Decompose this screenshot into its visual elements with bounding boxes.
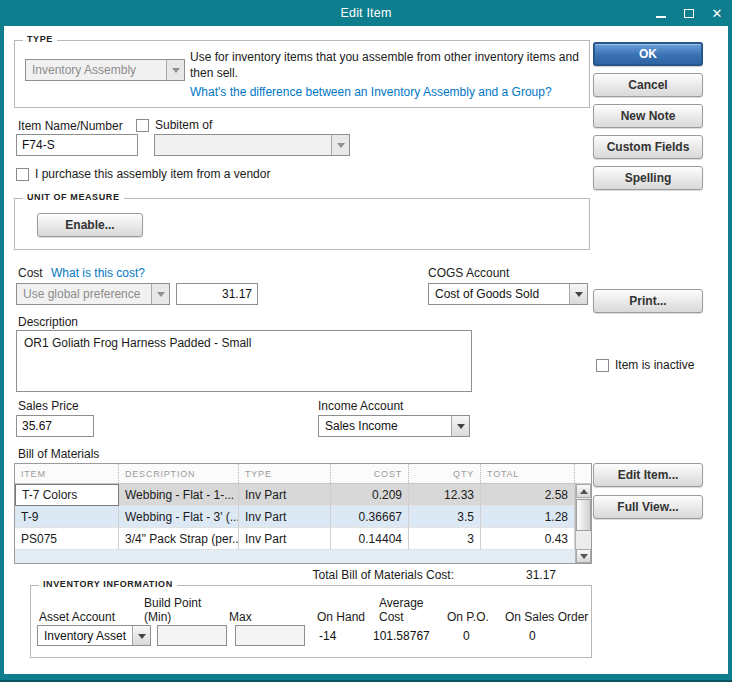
average-cost-label: Average [379,596,423,610]
scrollbar-thumb[interactable] [576,499,591,531]
on-po-value: 0 [463,629,470,643]
bom-cell-type[interactable]: Inv Part [239,528,331,550]
bill-of-materials-label: Bill of Materials [18,447,99,461]
maximize-icon[interactable] [682,6,696,20]
bom-cell-type[interactable]: Inv Part [239,484,331,506]
cost-preference-dropdown[interactable]: Use global preference [16,283,170,305]
cogs-account-dropdown[interactable]: Cost of Goods Sold [428,283,588,305]
item-name-input[interactable] [16,134,138,156]
edit-item-button[interactable]: Edit Item... [593,463,703,487]
enable-uom-button[interactable]: Enable... [37,213,143,237]
asset-account-dropdown[interactable]: Inventory Asset [37,625,151,646]
bom-total-label: Total Bill of Materials Cost: [144,568,454,582]
custom-fields-button[interactable]: Custom Fields [593,135,703,159]
purchase-from-vendor-label: I purchase this assembly item from a ven… [35,167,270,181]
bom-cell-total[interactable]: 1.28 [481,506,575,528]
window-controls: ✕ [654,0,724,26]
dialog-body: TYPE Inventory Assembly Use for inventor… [4,26,728,674]
item-type-dropdown[interactable]: Inventory Assembly [25,59,185,81]
sales-price-input[interactable] [16,415,94,437]
type-help-link[interactable]: What's the difference between an Invento… [190,85,552,99]
cost-input[interactable] [176,283,258,305]
ok-button[interactable]: OK [593,42,703,66]
titlebar[interactable]: Edit Item ✕ [0,0,732,26]
sales-price-label: Sales Price [18,399,79,413]
inventory-information-label: INVENTORY INFORMATION [39,579,177,589]
scroll-up-icon[interactable] [576,484,591,498]
cost-preference-value: Use global preference [23,287,140,301]
bom-header-total[interactable]: TOTAL [481,464,575,483]
subitem-dropdown[interactable] [154,134,350,156]
edit-item-window: Edit Item ✕ TYPE Inventory Assembly Use … [0,0,732,682]
bom-cell-description[interactable]: Webbing - Flat - 1-... [119,484,239,506]
bom-cell-qty[interactable]: 3.5 [409,506,481,528]
on-hand-label: On Hand [317,610,365,624]
bom-total-value: 31.17 [464,568,556,582]
bom-header-item[interactable]: ITEM [15,464,119,483]
spelling-button[interactable]: Spelling [593,166,703,190]
on-sales-order-label: On Sales Order [505,610,588,624]
cancel-button[interactable]: Cancel [593,73,703,97]
cogs-account-value: Cost of Goods Sold [435,287,539,301]
full-view-button[interactable]: Full View... [593,495,703,519]
table-row[interactable]: T-9 Webbing - Flat - 3' (... Inv Part 0.… [15,506,591,528]
bom-cell-total[interactable]: 2.58 [481,484,575,506]
bom-header-cost[interactable]: COST [331,464,409,483]
chevron-down-icon [331,135,349,155]
bom-cell-description[interactable]: 3/4" Pack Strap (per... [119,528,239,550]
on-sales-order-value: 0 [529,629,536,643]
subitem-checkbox-row: Subitem of [136,118,212,132]
chevron-down-icon [569,284,587,304]
minimize-icon[interactable] [654,6,668,20]
build-point-input[interactable] [157,625,227,646]
chevron-down-icon [451,416,469,436]
cogs-account-label: COGS Account [428,266,509,280]
unit-of-measure-section: UNIT OF MEASURE Enable... [14,198,590,250]
cost-label: Cost [18,266,43,280]
bom-cell-total[interactable]: 0.43 [481,528,575,550]
subitem-label: Subitem of [155,118,212,132]
type-description-text: Use for inventory items that you assembl… [190,49,582,81]
bom-header-row: ITEM DESCRIPTION TYPE COST QTY TOTAL [15,464,591,484]
unit-of-measure-label: UNIT OF MEASURE [23,192,124,202]
average-cost-value: 101.58767 [373,629,430,643]
window-bottom-border [0,674,732,682]
chevron-down-icon [132,626,150,645]
close-icon[interactable]: ✕ [710,6,724,20]
bom-cell-qty[interactable]: 3 [409,528,481,550]
print-button[interactable]: Print... [593,289,703,313]
bom-cell-item[interactable]: PS075 [15,528,119,550]
purchase-from-vendor-checkbox[interactable] [16,168,29,181]
bom-cell-cost[interactable]: 0.14404 [331,528,409,550]
income-account-label: Income Account [318,399,403,413]
bom-cell-description[interactable]: Webbing - Flat - 3' (... [119,506,239,528]
table-row[interactable]: PS075 3/4" Pack Strap (per... Inv Part 0… [15,528,591,550]
average-cost-label-2: Cost [379,610,404,624]
subitem-checkbox[interactable] [136,119,149,132]
item-inactive-checkbox[interactable] [596,359,609,372]
bom-cell-cost[interactable]: 0.36667 [331,506,409,528]
income-account-value: Sales Income [325,419,398,433]
bom-empty-row [15,550,575,563]
item-name-label: Item Name/Number [18,119,123,133]
bom-cell-qty[interactable]: 12.33 [409,484,481,506]
scroll-down-icon[interactable] [576,549,591,563]
table-row[interactable]: T-7 Colors Webbing - Flat - 1-... Inv Pa… [15,484,591,506]
income-account-dropdown[interactable]: Sales Income [318,415,470,437]
bom-header-description[interactable]: DESCRIPTION [119,464,239,483]
description-input[interactable]: OR1 Goliath Frog Harness Padded - Small [16,330,472,392]
new-note-button[interactable]: New Note [593,104,703,128]
bom-header-qty[interactable]: QTY [409,464,481,483]
bom-scrollbar[interactable] [575,484,591,563]
chevron-down-icon [166,60,184,80]
cost-help-link[interactable]: What is this cost? [51,266,145,280]
bom-cell-item[interactable]: T-9 [15,506,119,528]
on-hand-value: -14 [319,629,336,643]
bom-cell-cost[interactable]: 0.209 [331,484,409,506]
bom-header-type[interactable]: TYPE [239,464,331,483]
description-label: Description [18,315,78,329]
max-input[interactable] [235,625,305,646]
bill-of-materials-table: ITEM DESCRIPTION TYPE COST QTY TOTAL T-7… [14,463,592,564]
bom-cell-item[interactable]: T-7 Colors [15,484,119,506]
bom-cell-type[interactable]: Inv Part [239,506,331,528]
